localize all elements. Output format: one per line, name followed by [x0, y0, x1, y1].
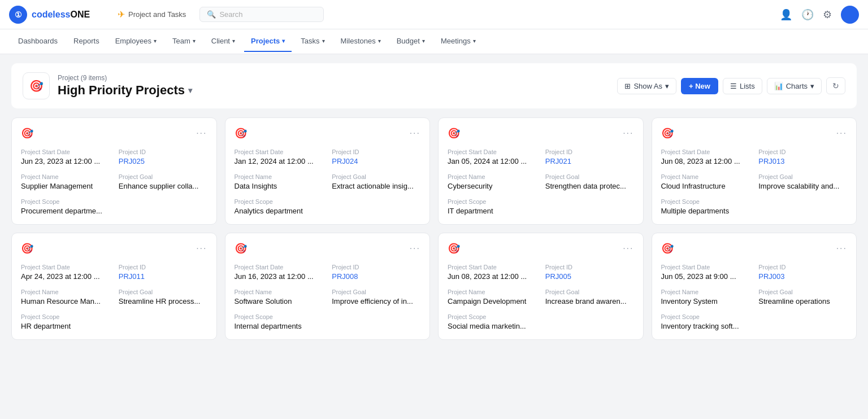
project-name-label: Project Name [21, 289, 110, 295]
project-id-value[interactable]: PRJ024 [332, 157, 420, 165]
top-nav: ① codelessONE ✈ Project and Tasks 🔍 Sear… [0, 0, 868, 29]
card-fields: Project Start Date Jan 05, 2024 at 12:00… [448, 149, 634, 215]
people-icon[interactable]: 👤 [780, 8, 792, 21]
project-goal-label: Project Goal [758, 173, 847, 180]
project-id-value[interactable]: PRJ011 [119, 272, 207, 281]
card-name-field: Project Name Cybersecurity [448, 173, 536, 190]
project-id-value[interactable]: PRJ008 [332, 272, 420, 281]
project-card: 🎯 ··· Project Start Date Jun 05, 2023 at… [652, 233, 857, 340]
card-target-icon: 🎯 [661, 127, 674, 139]
project-id-value[interactable]: PRJ005 [545, 272, 634, 281]
project-id-value[interactable]: PRJ021 [545, 157, 634, 165]
card-id-field: Project ID PRJ011 [119, 264, 207, 281]
search-bar[interactable]: 🔍 Search [199, 7, 324, 22]
page-content: 🎯 Project (9 items) High Priority Projec… [0, 54, 868, 349]
card-menu-button[interactable]: ··· [623, 243, 633, 254]
nav-team[interactable]: Team ▾ [166, 31, 202, 52]
card-header: 🎯 ··· [448, 242, 634, 255]
card-menu-button[interactable]: ··· [623, 128, 633, 138]
project-id-value[interactable]: PRJ013 [758, 157, 847, 165]
card-scope-field: Project Scope Procurement departme... [21, 198, 207, 215]
project-card: 🎯 ··· Project Start Date Jan 12, 2024 at… [225, 117, 431, 225]
card-fields: Project Start Date Jun 08, 2023 at 12:00… [448, 264, 634, 330]
title-caret-icon[interactable]: ▾ [188, 86, 192, 95]
card-scope-field: Project Scope Social media marketin... [448, 313, 634, 330]
project-name-value: Software Solution [235, 297, 323, 305]
card-id-field: Project ID PRJ008 [332, 264, 420, 281]
project-scope-label: Project Scope [21, 198, 207, 205]
nav-right: 👤 🕐 ⚙ [780, 6, 859, 24]
card-start-date-field: Project Start Date Jun 16, 2023 at 12:00… [235, 264, 323, 281]
history-icon[interactable]: 🕐 [801, 8, 814, 21]
card-name-field: Project Name Campaign Development [448, 289, 536, 305]
page-header-icon: 🎯 [23, 72, 50, 99]
project-id-label: Project ID [545, 149, 634, 155]
card-row-name-goal: Project Name Campaign Development Projec… [448, 289, 634, 305]
project-name-value: Data Insights [235, 182, 323, 190]
nav-meetings[interactable]: Meetings ▾ [434, 31, 483, 52]
nav-budget[interactable]: Budget ▾ [390, 31, 432, 52]
breadcrumb-label: Project and Tasks [128, 10, 186, 19]
project-scope-value: Inventory tracking soft... [661, 322, 848, 330]
nav-dashboards[interactable]: Dashboards [11, 31, 64, 52]
card-id-field: Project ID PRJ003 [758, 264, 847, 281]
card-row-dates: Project Start Date Jun 08, 2023 at 12:00… [448, 264, 634, 281]
new-button[interactable]: + New [681, 78, 718, 94]
card-menu-button[interactable]: ··· [410, 243, 420, 254]
project-card: 🎯 ··· Project Start Date Jun 08, 2023 at… [438, 233, 644, 340]
nav-tasks[interactable]: Tasks ▾ [294, 31, 331, 52]
card-goal-field: Project Goal Increase brand awaren... [545, 289, 634, 305]
card-fields: Project Start Date Jun 05, 2023 at 9:00 … [661, 264, 848, 330]
card-target-icon: 🎯 [21, 242, 33, 255]
project-goal-label: Project Goal [119, 289, 207, 295]
start-date-label: Project Start Date [235, 149, 323, 155]
secondary-nav: Dashboards Reports Employees ▾ Team ▾ Cl… [0, 29, 868, 54]
card-header: 🎯 ··· [235, 127, 421, 139]
card-id-field: Project ID PRJ024 [332, 149, 420, 165]
show-as-button[interactable]: ⊞ Show As ▾ [617, 78, 676, 94]
card-scope-field: Project Scope Multiple departments [661, 198, 848, 215]
nav-client[interactable]: Client ▾ [205, 31, 242, 52]
card-menu-button[interactable]: ··· [410, 128, 420, 138]
card-row-name-goal: Project Name Software Solution Project G… [235, 289, 421, 305]
project-name-label: Project Name [21, 173, 110, 180]
card-goal-field: Project Goal Streamline operations [758, 289, 847, 305]
project-name-value: Human Resource Man... [21, 297, 110, 305]
project-id-label: Project ID [332, 264, 420, 270]
search-placeholder: Search [219, 10, 242, 19]
project-goal-label: Project Goal [332, 289, 420, 295]
nav-employees[interactable]: Employees ▾ [108, 31, 163, 52]
refresh-button[interactable]: ↻ [826, 77, 845, 94]
project-id-label: Project ID [119, 149, 207, 155]
card-menu-button[interactable]: ··· [836, 128, 847, 138]
lists-button[interactable]: ☰ Lists [723, 78, 762, 94]
card-row-dates: Project Start Date Apr 24, 2023 at 12:00… [21, 264, 207, 281]
project-scope-value: Procurement departme... [21, 207, 207, 215]
avatar[interactable] [841, 6, 859, 24]
start-date-label: Project Start Date [235, 264, 323, 270]
project-goal-value: Streamline operations [758, 297, 847, 305]
nav-projects[interactable]: Projects ▾ [244, 31, 292, 52]
card-menu-button[interactable]: ··· [836, 243, 847, 254]
start-date-value: Jun 16, 2023 at 12:00 ... [235, 272, 323, 281]
project-id-value[interactable]: PRJ003 [758, 272, 847, 281]
project-id-value[interactable]: PRJ025 [119, 157, 207, 165]
start-date-label: Project Start Date [448, 264, 536, 270]
nav-milestones[interactable]: Milestones ▾ [334, 31, 388, 52]
card-menu-button[interactable]: ··· [196, 243, 207, 254]
charts-icon: 📊 [774, 82, 783, 90]
project-card: 🎯 ··· Project Start Date Jun 16, 2023 at… [225, 233, 431, 340]
project-id-label: Project ID [758, 149, 847, 155]
nav-reports[interactable]: Reports [67, 31, 106, 52]
card-goal-field: Project Goal Enhance supplier colla... [119, 173, 207, 190]
card-row-name-goal: Project Name Cybersecurity Project Goal … [448, 173, 634, 190]
card-header: 🎯 ··· [21, 242, 207, 255]
card-menu-button[interactable]: ··· [196, 128, 207, 138]
project-scope-label: Project Scope [448, 198, 634, 205]
charts-button[interactable]: 📊 Charts ▾ [767, 78, 822, 94]
project-card: 🎯 ··· Project Start Date Apr 24, 2023 at… [11, 233, 217, 340]
target-icon: 🎯 [29, 79, 44, 93]
start-date-value: Jun 23, 2023 at 12:00 ... [21, 157, 110, 165]
card-name-field: Project Name Human Resource Man... [21, 289, 110, 305]
settings-icon[interactable]: ⚙ [823, 8, 832, 21]
